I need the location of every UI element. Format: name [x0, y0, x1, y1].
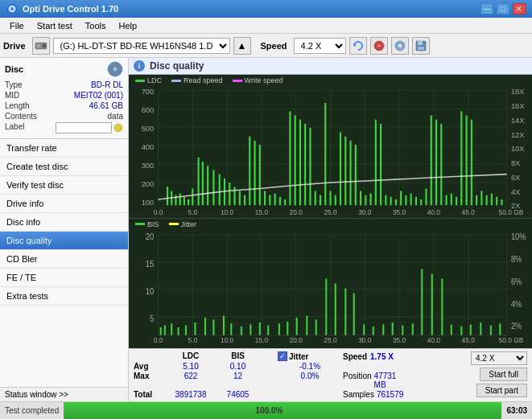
menu-file[interactable]: File — [3, 19, 31, 32]
svg-rect-89 — [299, 120, 301, 205]
svg-rect-202 — [480, 322, 481, 335]
nav-verify-test-disc[interactable]: Verify test disc — [0, 176, 128, 195]
menu-tools[interactable]: Tools — [79, 19, 113, 32]
speed-select-2[interactable]: 4.2 X — [471, 351, 527, 365]
bis-color — [135, 223, 145, 225]
svg-text:40.0: 40.0 — [427, 208, 441, 216]
ldc-color — [135, 80, 145, 82]
left-panel: Disc Type BD-R DL MID MEIT02 (001) Lengt… — [0, 58, 129, 401]
save-button[interactable] — [412, 37, 430, 55]
nav-transfer-rate[interactable]: Transfer rate — [0, 139, 128, 158]
disc-mid-row: MID MEIT02 (001) — [5, 91, 123, 100]
svg-rect-99 — [350, 141, 352, 205]
svg-rect-168 — [164, 325, 166, 335]
avg-bis: 0.10 — [216, 362, 260, 371]
window-controls: — □ ✕ — [480, 3, 526, 14]
nav-cd-bler[interactable]: CD Bler — [0, 250, 128, 269]
svg-rect-12 — [418, 47, 424, 50]
ldc-header: LDC — [167, 351, 215, 361]
nav-disc-quality[interactable]: Disc quality — [0, 232, 128, 250]
svg-rect-180 — [267, 325, 269, 335]
svg-rect-11 — [418, 41, 423, 45]
status-window-button[interactable]: Status window >> — [0, 387, 128, 401]
disc-contents-row: Contents data — [5, 112, 123, 121]
nav-create-test-disc[interactable]: Create test disc — [0, 158, 128, 176]
start-full-button[interactable]: Start full — [480, 368, 527, 381]
svg-text:50.0 GB: 50.0 GB — [499, 336, 524, 345]
svg-rect-68 — [192, 188, 193, 205]
speed-value-header: 1.75 X — [370, 352, 394, 361]
right-panel: i Disc quality LDC Read speed — [129, 58, 532, 401]
start-part-button[interactable]: Start part — [476, 384, 527, 397]
nav-fe-te[interactable]: FE / TE — [0, 269, 128, 287]
svg-text:15.0: 15.0 — [255, 336, 268, 345]
svg-rect-104 — [375, 120, 377, 205]
position-label: Position — [343, 372, 372, 389]
disc-label-input[interactable] — [56, 122, 112, 134]
bis-header: BIS — [216, 351, 260, 361]
svg-rect-91 — [309, 128, 311, 205]
disc-section: Disc Type BD-R DL MID MEIT02 (001) Lengt… — [0, 58, 128, 139]
svg-rect-107 — [390, 197, 392, 205]
svg-rect-86 — [284, 199, 286, 205]
main-layout: Disc Type BD-R DL MID MEIT02 (001) Lengt… — [0, 58, 532, 401]
svg-rect-122 — [466, 116, 468, 206]
svg-text:5: 5 — [150, 314, 155, 323]
svg-text:16X: 16X — [511, 101, 525, 110]
controls-column: 4.2 X Start full Start part — [471, 351, 527, 397]
speed-select[interactable]: 4.2 X — [294, 38, 346, 54]
bottom-legend: BIS Jitter — [129, 219, 532, 230]
svg-text:6%: 6% — [511, 277, 522, 286]
svg-rect-199 — [451, 324, 452, 335]
svg-rect-181 — [278, 323, 280, 335]
svg-rect-80 — [254, 141, 256, 205]
svg-rect-172 — [194, 322, 196, 335]
svg-rect-77 — [239, 191, 241, 205]
disc-type-label: Type — [5, 80, 23, 89]
minimize-button[interactable]: — — [480, 3, 493, 14]
svg-rect-189 — [353, 293, 355, 335]
legend-jitter: Jitter — [169, 220, 197, 228]
samples-cell: Samples 761579 — [343, 390, 407, 399]
menu-help[interactable]: Help — [112, 19, 143, 32]
samples-label: Samples — [343, 390, 374, 399]
refresh-button[interactable] — [349, 37, 367, 55]
svg-rect-177 — [241, 327, 242, 335]
svg-rect-70 — [202, 162, 204, 205]
svg-rect-85 — [279, 197, 281, 205]
svg-rect-83 — [269, 195, 270, 206]
svg-point-4 — [42, 43, 46, 47]
nav-extra-tests[interactable]: Extra tests — [0, 287, 128, 306]
svg-rect-114 — [425, 188, 427, 205]
drive-select[interactable]: (G:) HL-DT-ST BD-RE WH16NS48 1.D3 — [53, 38, 230, 54]
svg-rect-121 — [460, 111, 462, 205]
svg-rect-115 — [431, 116, 432, 206]
svg-text:30.0: 30.0 — [358, 208, 372, 216]
nav-disc-info[interactable]: Disc info — [0, 213, 128, 232]
nav-menu: Transfer rate Create test disc Verify te… — [0, 139, 128, 387]
svg-rect-97 — [340, 132, 341, 205]
svg-rect-200 — [460, 327, 462, 335]
tools-button[interactable] — [391, 37, 409, 55]
eject-button[interactable]: ▲ — [233, 37, 251, 55]
close-button[interactable]: ✕ — [513, 3, 526, 14]
nav-drive-info[interactable]: Drive info — [0, 195, 128, 213]
disc-button[interactable] — [370, 37, 388, 55]
total-ldc: 3891738 — [167, 390, 215, 399]
svg-rect-110 — [405, 195, 406, 206]
total-bis: 74605 — [216, 390, 260, 399]
disc-contents-label: Contents — [5, 112, 37, 121]
stats-area: LDC BIS Jitter Speed 1.75 X Avg — [129, 348, 532, 401]
svg-text:300: 300 — [142, 161, 155, 170]
space-header — [261, 351, 277, 361]
svg-rect-75 — [229, 183, 230, 205]
svg-text:15.0: 15.0 — [255, 208, 269, 216]
jitter-checkbox[interactable] — [278, 351, 287, 361]
disc-quality-icon: i — [134, 60, 145, 72]
maximize-button[interactable]: □ — [497, 3, 509, 14]
top-legend: LDC Read speed Write speed — [129, 75, 532, 86]
menu-start-test[interactable]: Start test — [31, 19, 79, 32]
svg-text:45.0: 45.0 — [462, 336, 475, 345]
max-ldc: 622 — [167, 372, 215, 389]
svg-rect-103 — [370, 194, 372, 206]
